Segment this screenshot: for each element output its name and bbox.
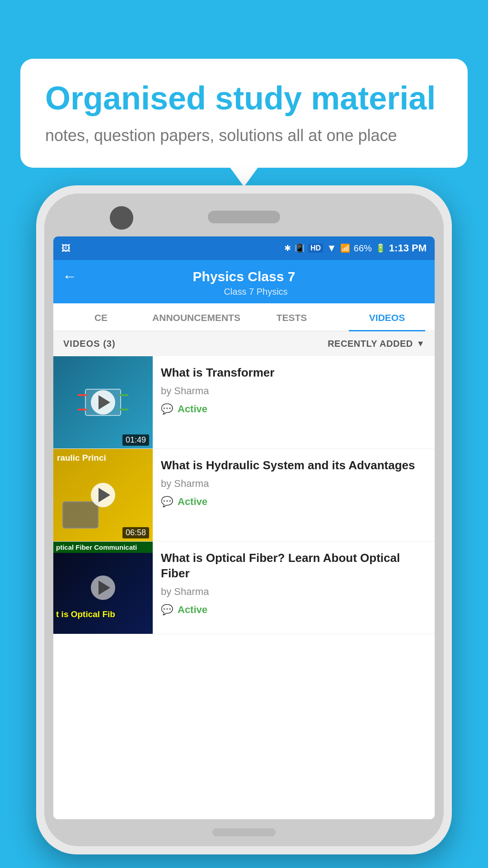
list-item[interactable]: ptical Fiber Communicati t is Optical Fi…: [53, 542, 435, 634]
video-duration-1: 01:49: [122, 434, 149, 446]
chat-icon-1: 💬: [161, 403, 173, 415]
status-bar: 🖼 ✱ 📳 HD ▼ 📶 66% 🔋 1:13 PM: [53, 236, 435, 260]
optical-top-text: ptical Fiber Communicati: [53, 542, 153, 553]
video-thumbnail-3: ptical Fiber Communicati t is Optical Fi…: [53, 542, 153, 634]
phone-speaker: [208, 211, 280, 223]
active-badge-3: Active: [178, 604, 207, 616]
vibrate-icon: 📳: [295, 243, 305, 253]
video-info-1: What is Transformer by Sharma 💬 Active: [153, 356, 435, 448]
hydraulic-thumb-text: raulic Princi: [57, 453, 149, 464]
photo-icon: 🖼: [61, 243, 70, 254]
sort-dropdown[interactable]: RECENTLY ADDED ▼: [328, 339, 425, 349]
bluetooth-icon: ✱: [284, 243, 291, 253]
phone-frame: 🖼 ✱ 📳 HD ▼ 📶 66% 🔋 1:13 PM ← Physics C: [36, 185, 452, 854]
phone-camera: [110, 206, 133, 230]
list-item[interactable]: 01:49 What is Transformer by Sharma 💬 Ac…: [53, 356, 435, 449]
tab-tests[interactable]: TESTS: [244, 303, 339, 330]
tab-videos[interactable]: VIDEOS: [339, 303, 435, 330]
video-title-1: What is Transformer: [161, 365, 427, 381]
battery-percent: 66%: [354, 243, 372, 254]
video-status-2: 💬 Active: [161, 496, 427, 508]
video-info-2: What is Hydraulic System and its Advanta…: [153, 449, 435, 541]
video-author-2: by Sharma: [161, 478, 427, 490]
status-left: 🖼: [61, 243, 70, 254]
phone-inner: 🖼 ✱ 📳 HD ▼ 📶 66% 🔋 1:13 PM ← Physics C: [44, 193, 444, 846]
video-title-2: What is Hydraulic System and its Advanta…: [161, 458, 427, 473]
chat-icon-2: 💬: [161, 496, 173, 508]
tab-ce[interactable]: CE: [53, 303, 149, 330]
battery-icon: 🔋: [375, 243, 385, 253]
video-duration-2: 06:58: [122, 527, 149, 538]
video-info-3: What is Optical Fiber? Learn About Optic…: [153, 542, 435, 634]
list-item[interactable]: raulic Princi 06:58 What is Hydraulic Sy…: [53, 449, 435, 542]
video-status-1: 💬 Active: [161, 403, 427, 415]
play-button-3[interactable]: [91, 576, 115, 600]
videos-header: VIDEOS (3) RECENTLY ADDED ▼: [53, 331, 435, 356]
optical-main-text: t is Optical Fib: [56, 609, 115, 619]
videos-count: VIDEOS (3): [63, 339, 116, 349]
video-thumbnail-2: raulic Princi 06:58: [53, 449, 153, 541]
sort-label: RECENTLY ADDED: [328, 339, 413, 349]
back-button[interactable]: ←: [62, 268, 77, 285]
status-right: ✱ 📳 HD ▼ 📶 66% 🔋 1:13 PM: [284, 242, 427, 254]
app-bar-breadcrumb: Class 7 Physics: [86, 287, 426, 297]
time-display: 1:13 PM: [389, 242, 427, 254]
play-button-2[interactable]: [91, 483, 115, 507]
chat-icon-3: 💬: [161, 604, 173, 616]
bubble-subtitle: notes, question papers, solutions all at…: [45, 126, 443, 145]
video-title-3: What is Optical Fiber? Learn About Optic…: [161, 551, 427, 581]
app-bar-title: Physics Class 7: [86, 269, 402, 284]
tab-announcements[interactable]: ANNOUNCEMENTS: [149, 303, 244, 330]
screen: 🖼 ✱ 📳 HD ▼ 📶 66% 🔋 1:13 PM ← Physics C: [53, 236, 435, 819]
speech-bubble: Organised study material notes, question…: [20, 59, 468, 168]
app-bar: ← Physics Class 7 Class 7 Physics: [53, 260, 435, 303]
video-author-1: by Sharma: [161, 385, 427, 397]
home-button-area: [212, 828, 276, 836]
hd-badge: HD: [308, 244, 323, 253]
active-badge-1: Active: [178, 403, 207, 415]
tabs-bar: CE ANNOUNCEMENTS TESTS VIDEOS: [53, 303, 435, 331]
wifi-icon: ▼: [327, 242, 337, 254]
video-author-3: by Sharma: [161, 586, 427, 598]
video-list: 01:49 What is Transformer by Sharma 💬 Ac…: [53, 356, 435, 819]
video-status-3: 💬 Active: [161, 604, 427, 616]
active-badge-2: Active: [178, 496, 207, 508]
bubble-title: Organised study material: [45, 80, 443, 116]
video-thumbnail-1: 01:49: [53, 356, 153, 448]
signal-icon: 📶: [340, 243, 350, 253]
play-button-1[interactable]: [91, 390, 115, 415]
chevron-down-icon: ▼: [417, 339, 425, 349]
app-bar-top: ← Physics Class 7: [62, 268, 426, 285]
